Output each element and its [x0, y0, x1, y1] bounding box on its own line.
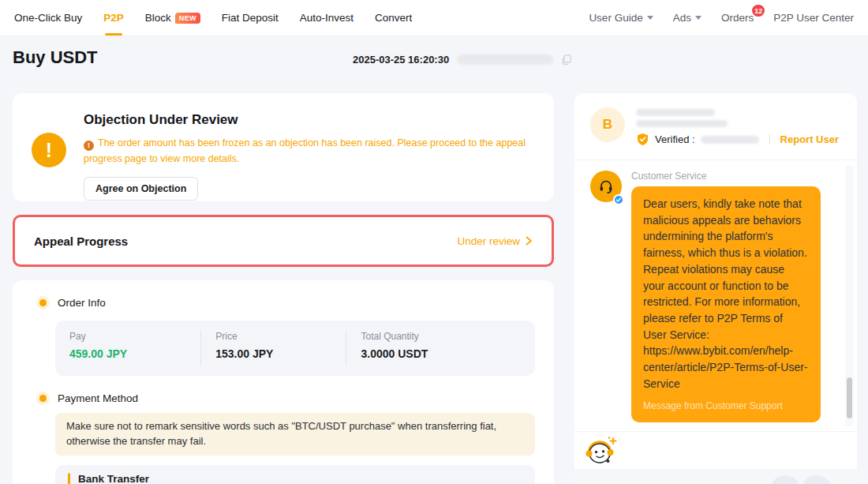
- order-details-card: Order Info Pay 459.00 JPY Price 153.00 J…: [13, 280, 554, 484]
- chevron-down-icon: [647, 16, 653, 20]
- order-info-title: Order Info: [58, 297, 106, 309]
- quantity-cell: Total Quantity 3.0000 USDT: [346, 331, 535, 366]
- nav-block[interactable]: Block NEW: [145, 12, 200, 24]
- redacted-verified-id: [701, 136, 759, 144]
- nav-user-guide[interactable]: User Guide: [589, 12, 653, 24]
- report-user-link[interactable]: Report User: [780, 133, 839, 145]
- nav-ads[interactable]: Ads: [673, 12, 702, 24]
- chat-bubble: Dear users, kindly take note that malici…: [631, 186, 821, 422]
- order-meta: 2025-03-25 16:20:30: [353, 54, 572, 66]
- appeal-status-link[interactable]: Under review: [457, 235, 533, 247]
- chat-message-text: Dear users, kindly take note that malici…: [643, 196, 809, 392]
- seller-chat-card: B Verified : Report User: [574, 93, 857, 484]
- chat-message-row: Customer Service Dear users, kindly take…: [590, 171, 841, 422]
- nav-ads-label: Ads: [673, 12, 691, 24]
- warning-icon: !: [32, 133, 66, 167]
- bullet-dot-icon: [39, 395, 47, 402]
- bank-transfer-label: Bank Transfer: [78, 473, 149, 484]
- objection-message-text: The order amount has been frozen as an o…: [84, 137, 526, 164]
- verified-label: Verified :: [655, 133, 695, 145]
- page-title: Buy USDT: [13, 47, 98, 68]
- payment-method-title: Payment Method: [58, 392, 138, 404]
- appeal-progress-card[interactable]: Appeal Progress Under review: [13, 215, 554, 267]
- payment-warning: Make sure not to remark sensitive words …: [55, 413, 535, 456]
- seller-header: B Verified : Report User: [574, 93, 857, 159]
- support-bot-icon[interactable]: [584, 435, 617, 468]
- verified-check-badge: [613, 194, 624, 205]
- nav-convert[interactable]: Convert: [375, 12, 412, 24]
- top-nav: One-Click Buy P2P Block NEW Fiat Deposit…: [0, 0, 868, 36]
- nav-auto-invest[interactable]: Auto-Invest: [300, 12, 354, 24]
- chat-toolbar: [574, 431, 857, 469]
- nav-one-click-buy[interactable]: One-Click Buy: [14, 12, 82, 24]
- chat-column: B Verified : Report User: [574, 93, 857, 484]
- chat-body: Customer Service Dear users, kindly take…: [631, 171, 821, 422]
- alert-icon: !: [84, 141, 94, 151]
- quantity-label: Total Quantity: [361, 331, 521, 342]
- nav-fiat-deposit[interactable]: Fiat Deposit: [222, 12, 279, 24]
- verified-row: Verified : Report User: [636, 133, 839, 146]
- verified-shield-icon: [636, 133, 649, 146]
- chat-message-footer: Message from Customer Support: [643, 400, 809, 414]
- headset-icon: [597, 178, 615, 195]
- redacted-user-name: [636, 109, 715, 116]
- quantity-value: 3.0000 USDT: [361, 347, 521, 360]
- price-label: Price: [215, 331, 331, 342]
- nav-block-label: Block: [145, 12, 171, 24]
- orders-count-badge: 12: [752, 5, 765, 17]
- sender-name: Customer Service: [631, 171, 821, 182]
- payment-method-section: Payment Method: [39, 392, 535, 405]
- order-info-section: Order Info: [39, 296, 535, 310]
- seller-info: Verified : Report User: [636, 107, 839, 159]
- price-cell: Price 153.00 JPY: [200, 331, 346, 366]
- nav-right-group: User Guide Ads Orders 12 P2P User Center: [589, 12, 854, 24]
- nav-left-group: One-Click Buy P2P Block NEW Fiat Deposit…: [14, 12, 412, 24]
- objection-content: Objection Under Review !The order amount…: [84, 112, 535, 201]
- nav-user-guide-label: User Guide: [589, 12, 642, 24]
- nav-p2p[interactable]: P2P: [103, 12, 124, 24]
- pay-cell: Pay 459.00 JPY: [55, 331, 200, 366]
- main-column: ! Objection Under Review !The order amou…: [13, 93, 554, 484]
- nav-p2p-user-center[interactable]: P2P User Center: [773, 12, 854, 24]
- chat-action-button[interactable]: [770, 475, 800, 484]
- chevron-down-icon: [695, 16, 702, 20]
- chat-scrollbar-thumb[interactable]: [847, 377, 852, 418]
- chat-message-area: Customer Service Dear users, kindly take…: [574, 159, 857, 431]
- nav-orders[interactable]: Orders 12: [721, 12, 754, 24]
- bullet-dot-icon: [39, 299, 47, 306]
- appeal-status-text: Under review: [457, 235, 520, 247]
- copy-icon[interactable]: [561, 54, 572, 66]
- agree-objection-button[interactable]: Agree on Objection: [84, 177, 198, 201]
- order-info-box: Pay 459.00 JPY Price 153.00 JPY Total Qu…: [55, 321, 535, 376]
- redacted-order-number: [457, 54, 553, 65]
- nav-orders-label: Orders: [721, 12, 754, 24]
- pay-label: Pay: [69, 331, 186, 342]
- chat-input-bar: [574, 469, 857, 484]
- objection-message: !The order amount has been frozen as an …: [84, 135, 535, 167]
- price-value: 153.00 JPY: [215, 347, 331, 360]
- redacted-user-name: [636, 120, 728, 127]
- objection-card: ! Objection Under Review !The order amou…: [13, 93, 554, 201]
- order-timestamp: 2025-03-25 16:20:30: [353, 54, 449, 66]
- objection-title: Objection Under Review: [84, 112, 535, 128]
- new-badge: NEW: [175, 13, 200, 24]
- divider: [769, 134, 770, 144]
- page-header: Buy USDT 2025-03-25 16:20:30: [0, 36, 868, 81]
- customer-service-avatar: [590, 171, 622, 422]
- bank-transfer-box[interactable]: Bank Transfer: [55, 465, 535, 484]
- accent-bar: [68, 473, 70, 484]
- appeal-progress-title: Appeal Progress: [34, 234, 128, 248]
- pay-value: 459.00 JPY: [69, 347, 186, 360]
- chevron-right-icon: [525, 236, 533, 246]
- chat-action-button[interactable]: [802, 475, 832, 484]
- seller-avatar[interactable]: B: [590, 107, 625, 142]
